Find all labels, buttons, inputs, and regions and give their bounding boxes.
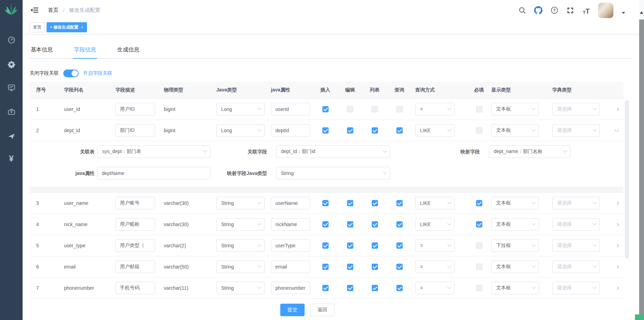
query-type-select[interactable]: = <box>415 261 454 273</box>
java-type-select[interactable]: String <box>216 239 265 252</box>
settings-gear-icon[interactable] <box>0 57 23 72</box>
required-checkbox[interactable] <box>476 106 482 112</box>
html-type-select[interactable]: 文本框 <box>491 197 539 209</box>
column-comment-input[interactable] <box>115 124 155 137</box>
back-button[interactable]: 返回 <box>310 304 335 316</box>
required-checkbox[interactable] <box>476 285 482 291</box>
font-size-icon[interactable]: TT <box>582 6 590 15</box>
caret-down-icon[interactable] <box>622 12 625 14</box>
expand-row-icon[interactable] <box>614 223 619 226</box>
paper-plane-icon[interactable] <box>0 129 23 144</box>
page-scrollbar-thumb[interactable] <box>639 19 644 314</box>
submit-button[interactable]: 提交 <box>280 304 305 316</box>
query-checkbox[interactable] <box>396 127 403 134</box>
expand-row-icon[interactable] <box>614 265 619 269</box>
dict-type-select[interactable]: 请选择 <box>552 239 600 252</box>
expand-row-icon[interactable] <box>614 202 619 205</box>
edit-checkbox[interactable] <box>347 285 353 291</box>
java-field-input[interactable] <box>271 261 310 273</box>
insert-checkbox[interactable] <box>322 106 329 112</box>
required-checkbox[interactable] <box>476 200 482 206</box>
query-type-select[interactable]: = <box>415 282 454 294</box>
query-checkbox[interactable] <box>396 200 403 206</box>
list-checkbox[interactable] <box>372 200 378 206</box>
java-field-input[interactable] <box>271 239 310 252</box>
table-scrollbar-thumb[interactable] <box>625 100 629 258</box>
list-checkbox[interactable] <box>372 221 378 227</box>
dict-type-select[interactable]: 请选择 <box>552 124 600 137</box>
insert-checkbox[interactable] <box>322 221 329 227</box>
java-type-select[interactable]: String <box>216 282 265 294</box>
edit-checkbox[interactable] <box>347 242 353 249</box>
java-field-input[interactable] <box>271 218 310 231</box>
edit-checkbox[interactable] <box>347 127 353 134</box>
tab-field-info[interactable]: 字段信息 <box>73 43 97 58</box>
page-scrollbar[interactable] <box>639 0 644 320</box>
plant-logo-icon[interactable] <box>3 1 19 17</box>
java-type-select[interactable]: Long <box>216 124 265 137</box>
html-type-select[interactable]: 文本框 <box>491 103 539 115</box>
html-type-select[interactable]: 文本框 <box>491 282 539 294</box>
close-tag-icon[interactable]: × <box>81 25 83 30</box>
html-type-select[interactable]: 文本框 <box>491 261 539 273</box>
help-icon[interactable]: ? <box>550 6 558 15</box>
query-checkbox[interactable] <box>396 264 403 270</box>
list-checkbox[interactable] <box>372 264 378 270</box>
html-type-select[interactable]: 文本框 <box>491 218 539 231</box>
expand-row-icon[interactable] <box>614 130 619 131</box>
insert-checkbox[interactable] <box>322 200 329 206</box>
dict-type-select[interactable]: 请选择 <box>552 197 600 209</box>
tab-gen-info[interactable]: 生成信息 <box>116 43 140 58</box>
query-type-select[interactable]: LIKE <box>415 218 454 231</box>
avatar[interactable] <box>598 3 613 18</box>
query-checkbox[interactable] <box>396 242 403 249</box>
edit-checkbox[interactable] <box>347 200 353 206</box>
dashboard-icon[interactable] <box>0 32 23 48</box>
column-comment-input[interactable] <box>115 282 155 294</box>
column-comment-input[interactable] <box>115 103 155 115</box>
html-type-select[interactable]: 文本框 <box>491 124 539 137</box>
edit-checkbox[interactable] <box>347 221 353 227</box>
list-checkbox[interactable] <box>372 106 378 112</box>
query-checkbox[interactable] <box>396 285 403 291</box>
insert-checkbox[interactable] <box>322 242 329 249</box>
query-type-select[interactable]: LIKE <box>415 197 454 209</box>
java-field-input[interactable] <box>271 197 310 209</box>
column-comment-input[interactable] <box>115 239 155 252</box>
github-icon[interactable] <box>534 6 542 15</box>
java-field-input[interactable] <box>271 103 310 115</box>
briefcase-icon[interactable] <box>0 104 23 120</box>
required-checkbox[interactable] <box>476 264 482 270</box>
list-checkbox[interactable] <box>372 127 378 134</box>
java-field-input[interactable] <box>271 124 310 137</box>
dict-type-select[interactable]: 请选择 <box>552 218 600 231</box>
list-checkbox[interactable] <box>372 285 378 291</box>
dict-type-select[interactable]: 请选择 <box>552 282 600 294</box>
java-type-select[interactable]: String <box>216 197 265 209</box>
fullscreen-icon[interactable] <box>566 6 574 15</box>
tag-current-page[interactable]: ● 修改生成配置 × <box>47 22 87 32</box>
yen-icon[interactable]: ¥ <box>0 151 23 166</box>
java-field-input[interactable] <box>271 282 310 294</box>
java-type-select[interactable]: String <box>216 261 265 273</box>
sidebar-fold-icon[interactable] <box>31 7 38 15</box>
search-icon[interactable] <box>518 6 526 15</box>
mapping-java-type-select[interactable]: String <box>276 167 390 179</box>
query-type-select[interactable]: LIKE <box>415 124 454 137</box>
tab-basic-info[interactable]: 基本信息 <box>30 43 54 58</box>
dict-type-select[interactable]: 请选择 <box>552 261 600 273</box>
relation-field-select[interactable]: dept_id：部门id <box>276 145 390 158</box>
expand-row-icon[interactable] <box>614 244 619 247</box>
column-comment-input[interactable] <box>115 261 155 273</box>
required-checkbox[interactable] <box>476 221 482 227</box>
list-checkbox[interactable] <box>372 242 378 249</box>
java-type-select[interactable]: Long <box>216 103 265 115</box>
expand-row-icon[interactable] <box>614 108 619 111</box>
breadcrumb-home[interactable]: 首页 <box>48 7 58 13</box>
expand-row-icon[interactable] <box>614 287 619 290</box>
html-type-select[interactable]: 下拉框 <box>491 239 539 252</box>
required-checkbox[interactable] <box>476 127 482 134</box>
field-relation-switch[interactable] <box>63 70 79 77</box>
relation-on-label[interactable]: 开启字段关联 <box>83 70 112 77</box>
column-comment-input[interactable] <box>115 197 155 209</box>
